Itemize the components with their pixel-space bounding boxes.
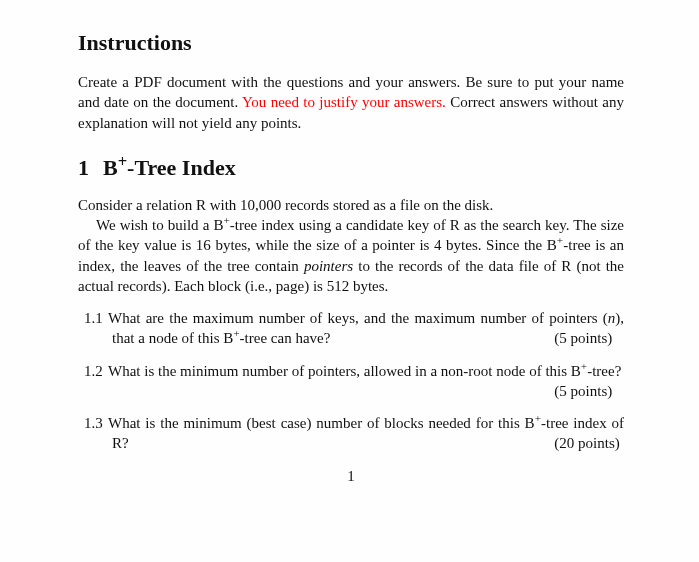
section-title-pre: B — [103, 155, 118, 180]
question-1-2: 1.2What is the minimum number of pointer… — [84, 361, 624, 402]
section-title-post: -Tree Index — [127, 155, 236, 180]
page-number: 1 — [78, 468, 624, 485]
instructions-heading: Instructions — [78, 30, 624, 56]
q1-a: What are the maximum number of keys, and… — [108, 310, 608, 326]
p2-italic: pointers — [304, 258, 353, 274]
instructions-text-red: You need to justify your answers. — [242, 94, 446, 110]
q2-points: (5 points) — [582, 381, 624, 401]
question-1-1: 1.1What are the maximum number of keys, … — [84, 308, 624, 349]
section-title-sup: + — [118, 151, 127, 170]
q3-num: 1.3 — [84, 413, 108, 433]
q2-num: 1.2 — [84, 361, 108, 381]
q1-num: 1.1 — [84, 308, 108, 328]
document-page: Instructions Create a PDF document with … — [0, 0, 699, 485]
section-1-p2: We wish to build a B+-tree index using a… — [78, 215, 624, 296]
section-1-heading: 1B+-Tree Index — [78, 155, 624, 181]
q3-a: What is the minimum (best case) number o… — [108, 415, 535, 431]
q3-points: (20 points) — [582, 433, 624, 453]
q1-c: -tree can have? — [240, 330, 331, 346]
question-list: 1.1What are the maximum number of keys, … — [78, 308, 624, 454]
p2-a: We wish to build a B — [96, 217, 223, 233]
section-number: 1 — [78, 155, 89, 180]
q2-b: -tree? — [587, 363, 621, 379]
section-1-p1: Consider a relation R with 10,000 record… — [78, 195, 624, 215]
q2-a: What is the minimum number of pointers, … — [108, 363, 581, 379]
question-1-3: 1.3What is the minimum (best case) numbe… — [84, 413, 624, 454]
q1-points: (5 points) — [582, 328, 624, 348]
instructions-paragraph: Create a PDF document with the questions… — [78, 72, 624, 133]
